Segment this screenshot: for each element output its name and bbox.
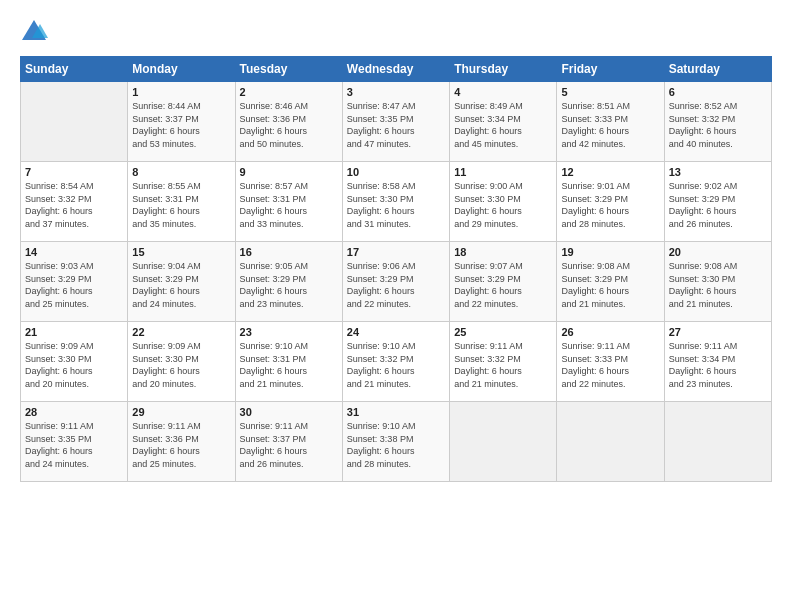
cell-info: Sunrise: 8:58 AM Sunset: 3:30 PM Dayligh… [347,180,445,230]
day-number: 5 [561,86,659,98]
day-number: 26 [561,326,659,338]
day-number: 28 [25,406,123,418]
calendar-cell: 29Sunrise: 9:11 AM Sunset: 3:36 PM Dayli… [128,402,235,482]
calendar-cell: 9Sunrise: 8:57 AM Sunset: 3:31 PM Daylig… [235,162,342,242]
calendar-cell: 16Sunrise: 9:05 AM Sunset: 3:29 PM Dayli… [235,242,342,322]
calendar-cell: 14Sunrise: 9:03 AM Sunset: 3:29 PM Dayli… [21,242,128,322]
day-number: 21 [25,326,123,338]
calendar-cell: 15Sunrise: 9:04 AM Sunset: 3:29 PM Dayli… [128,242,235,322]
logo [20,18,52,46]
cell-info: Sunrise: 9:02 AM Sunset: 3:29 PM Dayligh… [669,180,767,230]
calendar-cell: 3Sunrise: 8:47 AM Sunset: 3:35 PM Daylig… [342,82,449,162]
calendar-cell [21,82,128,162]
cell-info: Sunrise: 9:08 AM Sunset: 3:29 PM Dayligh… [561,260,659,310]
cell-info: Sunrise: 8:46 AM Sunset: 3:36 PM Dayligh… [240,100,338,150]
calendar-cell: 30Sunrise: 9:11 AM Sunset: 3:37 PM Dayli… [235,402,342,482]
cell-info: Sunrise: 9:10 AM Sunset: 3:38 PM Dayligh… [347,420,445,470]
cell-info: Sunrise: 8:44 AM Sunset: 3:37 PM Dayligh… [132,100,230,150]
col-header-thursday: Thursday [450,57,557,82]
day-number: 18 [454,246,552,258]
day-number: 11 [454,166,552,178]
cell-info: Sunrise: 8:49 AM Sunset: 3:34 PM Dayligh… [454,100,552,150]
calendar-cell [450,402,557,482]
cell-info: Sunrise: 9:11 AM Sunset: 3:33 PM Dayligh… [561,340,659,390]
day-number: 7 [25,166,123,178]
calendar-cell: 6Sunrise: 8:52 AM Sunset: 3:32 PM Daylig… [664,82,771,162]
cell-info: Sunrise: 9:03 AM Sunset: 3:29 PM Dayligh… [25,260,123,310]
day-number: 15 [132,246,230,258]
day-number: 25 [454,326,552,338]
day-number: 16 [240,246,338,258]
cell-info: Sunrise: 8:52 AM Sunset: 3:32 PM Dayligh… [669,100,767,150]
cell-info: Sunrise: 9:07 AM Sunset: 3:29 PM Dayligh… [454,260,552,310]
cell-info: Sunrise: 8:57 AM Sunset: 3:31 PM Dayligh… [240,180,338,230]
cell-info: Sunrise: 9:11 AM Sunset: 3:32 PM Dayligh… [454,340,552,390]
cell-info: Sunrise: 8:54 AM Sunset: 3:32 PM Dayligh… [25,180,123,230]
day-number: 23 [240,326,338,338]
cell-info: Sunrise: 9:11 AM Sunset: 3:37 PM Dayligh… [240,420,338,470]
col-header-wednesday: Wednesday [342,57,449,82]
week-row-2: 7Sunrise: 8:54 AM Sunset: 3:32 PM Daylig… [21,162,772,242]
calendar-cell: 18Sunrise: 9:07 AM Sunset: 3:29 PM Dayli… [450,242,557,322]
day-number: 6 [669,86,767,98]
cell-info: Sunrise: 8:55 AM Sunset: 3:31 PM Dayligh… [132,180,230,230]
day-number: 29 [132,406,230,418]
cell-info: Sunrise: 9:08 AM Sunset: 3:30 PM Dayligh… [669,260,767,310]
day-number: 17 [347,246,445,258]
calendar-cell: 10Sunrise: 8:58 AM Sunset: 3:30 PM Dayli… [342,162,449,242]
calendar-cell: 8Sunrise: 8:55 AM Sunset: 3:31 PM Daylig… [128,162,235,242]
col-header-monday: Monday [128,57,235,82]
cell-info: Sunrise: 9:11 AM Sunset: 3:34 PM Dayligh… [669,340,767,390]
day-number: 24 [347,326,445,338]
day-number: 4 [454,86,552,98]
cell-info: Sunrise: 9:00 AM Sunset: 3:30 PM Dayligh… [454,180,552,230]
cell-info: Sunrise: 8:47 AM Sunset: 3:35 PM Dayligh… [347,100,445,150]
day-number: 31 [347,406,445,418]
week-row-1: 1Sunrise: 8:44 AM Sunset: 3:37 PM Daylig… [21,82,772,162]
calendar-cell: 21Sunrise: 9:09 AM Sunset: 3:30 PM Dayli… [21,322,128,402]
calendar-cell: 24Sunrise: 9:10 AM Sunset: 3:32 PM Dayli… [342,322,449,402]
calendar-table: SundayMondayTuesdayWednesdayThursdayFrid… [20,56,772,482]
day-number: 27 [669,326,767,338]
header-row: SundayMondayTuesdayWednesdayThursdayFrid… [21,57,772,82]
week-row-5: 28Sunrise: 9:11 AM Sunset: 3:35 PM Dayli… [21,402,772,482]
calendar-cell: 28Sunrise: 9:11 AM Sunset: 3:35 PM Dayli… [21,402,128,482]
page: SundayMondayTuesdayWednesdayThursdayFrid… [0,0,792,612]
calendar-cell: 26Sunrise: 9:11 AM Sunset: 3:33 PM Dayli… [557,322,664,402]
day-number: 3 [347,86,445,98]
col-header-friday: Friday [557,57,664,82]
cell-info: Sunrise: 9:11 AM Sunset: 3:35 PM Dayligh… [25,420,123,470]
week-row-3: 14Sunrise: 9:03 AM Sunset: 3:29 PM Dayli… [21,242,772,322]
cell-info: Sunrise: 8:51 AM Sunset: 3:33 PM Dayligh… [561,100,659,150]
col-header-sunday: Sunday [21,57,128,82]
cell-info: Sunrise: 9:10 AM Sunset: 3:32 PM Dayligh… [347,340,445,390]
cell-info: Sunrise: 9:10 AM Sunset: 3:31 PM Dayligh… [240,340,338,390]
calendar-cell: 13Sunrise: 9:02 AM Sunset: 3:29 PM Dayli… [664,162,771,242]
calendar-cell: 23Sunrise: 9:10 AM Sunset: 3:31 PM Dayli… [235,322,342,402]
calendar-cell: 7Sunrise: 8:54 AM Sunset: 3:32 PM Daylig… [21,162,128,242]
calendar-cell [557,402,664,482]
day-number: 19 [561,246,659,258]
cell-info: Sunrise: 9:01 AM Sunset: 3:29 PM Dayligh… [561,180,659,230]
day-number: 22 [132,326,230,338]
cell-info: Sunrise: 9:04 AM Sunset: 3:29 PM Dayligh… [132,260,230,310]
day-number: 9 [240,166,338,178]
day-number: 1 [132,86,230,98]
calendar-cell: 19Sunrise: 9:08 AM Sunset: 3:29 PM Dayli… [557,242,664,322]
calendar-cell: 25Sunrise: 9:11 AM Sunset: 3:32 PM Dayli… [450,322,557,402]
calendar-cell: 12Sunrise: 9:01 AM Sunset: 3:29 PM Dayli… [557,162,664,242]
calendar-cell: 1Sunrise: 8:44 AM Sunset: 3:37 PM Daylig… [128,82,235,162]
cell-info: Sunrise: 9:06 AM Sunset: 3:29 PM Dayligh… [347,260,445,310]
header [20,18,772,46]
cell-info: Sunrise: 9:05 AM Sunset: 3:29 PM Dayligh… [240,260,338,310]
logo-icon [20,18,48,46]
calendar-cell: 17Sunrise: 9:06 AM Sunset: 3:29 PM Dayli… [342,242,449,322]
calendar-cell: 22Sunrise: 9:09 AM Sunset: 3:30 PM Dayli… [128,322,235,402]
day-number: 12 [561,166,659,178]
calendar-cell: 4Sunrise: 8:49 AM Sunset: 3:34 PM Daylig… [450,82,557,162]
cell-info: Sunrise: 9:09 AM Sunset: 3:30 PM Dayligh… [132,340,230,390]
calendar-cell: 20Sunrise: 9:08 AM Sunset: 3:30 PM Dayli… [664,242,771,322]
calendar-cell [664,402,771,482]
col-header-saturday: Saturday [664,57,771,82]
day-number: 10 [347,166,445,178]
